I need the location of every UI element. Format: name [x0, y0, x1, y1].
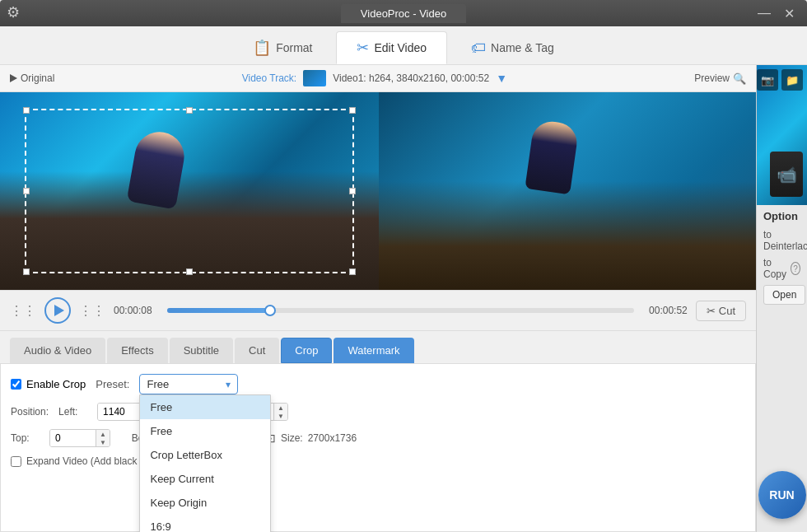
crop-handle-topright[interactable] — [349, 107, 356, 114]
preset-dropdown[interactable]: Free ▾ — [139, 374, 238, 394]
preset-option-free-2[interactable]: Free — [140, 419, 270, 443]
grid-icon[interactable]: ⋮⋮ — [10, 303, 36, 319]
right-spinners: ▲ ▼ — [273, 404, 287, 420]
progress-thumb[interactable] — [264, 305, 276, 316]
crop-handle-topmid[interactable] — [186, 107, 193, 114]
size-value: 2700x1736 — [308, 432, 357, 444]
cut-label: Cut — [719, 305, 735, 317]
enable-crop-label: Enable Crop — [26, 378, 86, 390]
app-title: VideoProc - Video — [341, 4, 466, 23]
folder-icon[interactable]: 📁 — [781, 69, 803, 91]
expand-row: Expand Video (Add black padding to video… — [11, 455, 745, 467]
tab-watermark[interactable]: Watermark — [334, 338, 413, 363]
camera-icon[interactable]: 📷 — [757, 69, 778, 91]
device-icon: 📹 — [770, 152, 803, 197]
crop-handle-rightmid[interactable] — [349, 188, 356, 194]
play-button[interactable] — [44, 297, 71, 324]
tab-format-label: Format — [276, 41, 312, 54]
edit-tabs-bar: Audio & Video Effects Subtitle Cut Crop … — [0, 331, 756, 363]
preset-option-16-9[interactable]: 16:9 — [140, 515, 270, 532]
tab-audio-video[interactable]: Audio & Video — [10, 338, 105, 363]
tab-format[interactable]: 📋 Format — [232, 31, 333, 64]
cut-button[interactable]: ✂ Cut — [696, 301, 746, 321]
left-label: Left: — [58, 406, 87, 418]
preset-dropdown-container: Free ▾ Free Free Crop LetterBox Keep Cur… — [139, 374, 238, 394]
progress-bar[interactable] — [167, 308, 634, 313]
crop-handle-bottommid[interactable] — [186, 268, 193, 275]
crop-size-row: Top: ▲ ▼ Bottom: ▲ — [11, 429, 745, 447]
top-spinner-up[interactable]: ▲ — [96, 430, 110, 438]
close-button[interactable]: ✕ — [777, 2, 800, 25]
preset-dropdown-menu: Free Free Crop LetterBox Keep Current Ke… — [139, 394, 271, 532]
original-text: Original — [21, 72, 54, 84]
enable-crop-control: Enable Crop — [11, 378, 86, 390]
tab-crop[interactable]: Crop — [281, 338, 332, 363]
copy-row: to Copy ? — [763, 257, 800, 280]
progress-fill — [167, 308, 270, 313]
video-header: Original Video Track: Video1: h264, 3840… — [0, 65, 756, 92]
crop-handle-topleft[interactable] — [23, 107, 30, 114]
deinterlacing-row: to Deinterlacing — [763, 229, 800, 252]
right-bottom: RUN — [757, 464, 807, 532]
track-dropdown-icon[interactable]: ▼ — [496, 72, 507, 85]
scissors-icon: ✂ — [707, 305, 716, 317]
preset-option-letterbox[interactable]: Crop LetterBox — [140, 443, 270, 467]
preset-label: Preset: — [96, 378, 129, 390]
crop-handle-bottomright[interactable] — [349, 268, 356, 275]
video-left-panel — [0, 92, 379, 290]
time-end: 00:00:52 — [642, 305, 688, 316]
dropdown-arrow-icon: ▾ — [226, 379, 231, 390]
settings-icon[interactable]: ⚙ — [7, 3, 20, 21]
minimize-button[interactable]: — — [753, 2, 776, 25]
copy-label: to Copy — [763, 257, 787, 280]
title-bar: ⚙ VideoProc - Video — ✕ — [0, 0, 807, 26]
right-video-thumbnail: 📷 📁 📹 — [757, 65, 807, 205]
enable-crop-checkbox[interactable] — [11, 379, 21, 390]
right-spinner-up[interactable]: ▲ — [274, 404, 287, 412]
original-label: Original — [10, 72, 54, 84]
size-label: Size: — [281, 432, 303, 444]
window-controls: — ✕ — [753, 0, 807, 26]
track-thumbnail — [303, 70, 326, 86]
left-input[interactable]: 1140 — [98, 404, 143, 420]
video-track-info: Video Track: Video1: h264, 3840x2160, 00… — [242, 70, 507, 86]
preset-selected-value: Free — [147, 378, 169, 390]
track-label: Video Track: — [242, 72, 296, 84]
preset-option-keep-origin[interactable]: Keep Origin — [140, 491, 270, 515]
top-label: Top: — [11, 432, 40, 444]
deinterlacing-label: to Deinterlacing — [763, 229, 807, 252]
size-info: ⊡ Size: 2700x1736 — [266, 432, 357, 445]
tab-effects[interactable]: Effects — [107, 338, 168, 363]
content-area: Original Video Track: Video1: h264, 3840… — [0, 65, 807, 532]
crop-panel: Enable Crop Preset: Free ▾ Free Free — [11, 374, 745, 467]
help-icon[interactable]: ? — [791, 262, 800, 275]
crop-handle-bottomleft[interactable] — [23, 268, 30, 275]
edit-panel: Enable Crop Preset: Free ▾ Free Free — [0, 363, 756, 532]
dots-icon[interactable]: ⋮⋮ — [79, 303, 105, 319]
top-input-group: ▲ ▼ — [49, 429, 110, 447]
preset-option-free[interactable]: Free — [140, 395, 270, 419]
tab-cut[interactable]: Cut — [235, 338, 279, 363]
preview-text: Preview — [694, 72, 730, 84]
search-icon: 🔍 — [733, 72, 746, 85]
top-spinners: ▲ ▼ — [96, 430, 110, 446]
tab-name-tag[interactable]: 🏷 Name & Tag — [450, 32, 575, 64]
expand-checkbox[interactable] — [11, 456, 21, 467]
preset-option-keep-current[interactable]: Keep Current — [140, 467, 270, 491]
tab-subtitle[interactable]: Subtitle — [170, 338, 233, 363]
top-input[interactable] — [50, 430, 96, 446]
right-spinner-down[interactable]: ▼ — [274, 412, 287, 420]
crop-box[interactable] — [25, 109, 354, 273]
run-button[interactable]: RUN — [758, 471, 806, 519]
right-sidebar: 📷 📁 📹 Option to Deinterlacing to Copy ? … — [756, 65, 807, 532]
crop-position-row: Position: Left: 1140 ▲ ▼ Right: — [11, 403, 745, 421]
top-tab-bar: 📋 Format ✂ Edit Video 🏷 Name & Tag — [0, 26, 807, 65]
play-icon — [54, 305, 64, 316]
top-spinner-down[interactable]: ▼ — [96, 438, 110, 446]
crop-handle-leftmid[interactable] — [23, 188, 30, 194]
name-tag-icon: 🏷 — [471, 40, 486, 57]
open-button[interactable]: Open — [763, 285, 805, 305]
position-label: Position: — [11, 406, 49, 418]
tab-edit-video[interactable]: ✂ Edit Video — [336, 31, 447, 64]
video-right-panel — [379, 92, 756, 290]
